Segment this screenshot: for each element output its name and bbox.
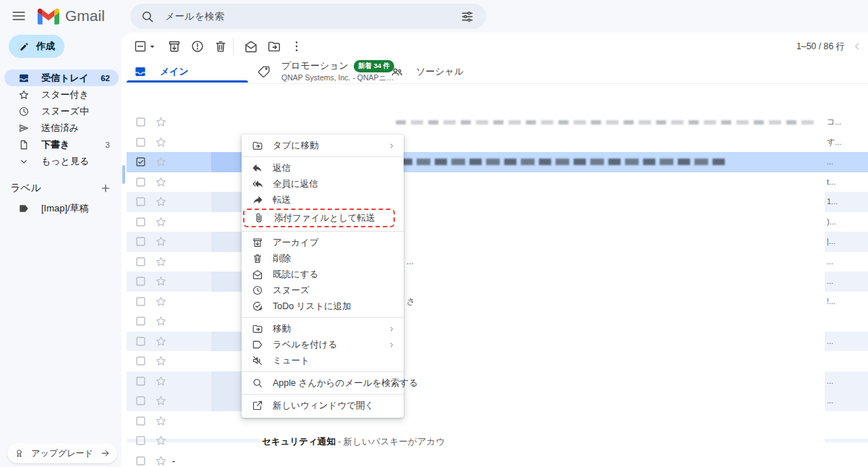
star-icon[interactable] <box>155 355 167 367</box>
sidebar-item-0[interactable]: 受信トレイ 62 <box>4 70 119 86</box>
sidebar-item-3[interactable]: 送信済み <box>4 119 119 136</box>
row-checkbox-icon[interactable] <box>135 415 147 427</box>
more-options-icon[interactable] <box>289 39 304 54</box>
star-icon[interactable] <box>155 256 167 268</box>
row-checkbox-icon[interactable] <box>135 355 147 367</box>
tab-promotions[interactable]: プロモーション 新着 34 件 QNAP Systems, Inc. - QNA… <box>248 60 393 83</box>
mail-row[interactable]: |... <box>127 232 868 252</box>
tab-social[interactable]: ソーシャル <box>391 60 492 83</box>
row-checkbox-icon[interactable] <box>135 315 147 327</box>
sidebar-item-2[interactable]: スヌーズ中 <box>4 103 119 119</box>
newer-page-icon[interactable] <box>851 40 864 53</box>
mail-row[interactable] <box>127 351 868 371</box>
menu-item[interactable]: タブに移動 <box>242 138 404 153</box>
sidebar-item-1[interactable]: スター付き <box>4 86 119 103</box>
menu-item[interactable]: 返信 <box>242 160 404 176</box>
menu-item[interactable]: 削除 <box>242 251 404 266</box>
search-options-icon[interactable] <box>460 9 475 24</box>
mail-row[interactable]: - <box>127 451 868 467</box>
row-checkbox-icon[interactable] <box>135 295 147 308</box>
upgrade-button[interactable]: アップグレード <box>7 443 117 463</box>
row-checkbox-icon[interactable] <box>135 116 147 128</box>
mail-row[interactable]: ...... <box>127 252 868 272</box>
row-checkbox-icon[interactable] <box>135 136 147 148</box>
row-checkbox-icon[interactable] <box>135 395 147 407</box>
menu-item[interactable]: Apple さんからのメールを検索する <box>242 375 404 391</box>
mail-row[interactable]: ... <box>127 391 868 411</box>
gmail-logo[interactable]: Gmail <box>38 7 105 25</box>
select-dropdown-icon[interactable] <box>148 42 157 51</box>
star-icon[interactable] <box>155 116 167 128</box>
menu-item[interactable]: 新しいウィンドウで開く <box>242 397 404 413</box>
sidebar-item-5[interactable]: もっと見る <box>4 153 119 169</box>
star-icon[interactable] <box>155 315 167 327</box>
mail-row[interactable]: す... <box>127 132 868 153</box>
mark-read-icon[interactable] <box>244 39 258 54</box>
row-checkbox-icon[interactable] <box>135 335 147 348</box>
menu-item[interactable]: ToDo リストに追加 <box>242 298 404 314</box>
mail-row[interactable] <box>127 411 868 432</box>
search-icon[interactable] <box>140 9 155 24</box>
row-checkbox-icon[interactable] <box>135 235 147 248</box>
menu-item[interactable]: スヌーズ <box>242 282 404 298</box>
select-all-checkbox[interactable] <box>133 39 148 54</box>
main-menu-icon[interactable] <box>11 8 27 24</box>
menu-item[interactable]: 既読にする <box>242 266 404 282</box>
star-icon[interactable] <box>155 455 167 467</box>
star-icon[interactable] <box>155 176 167 188</box>
star-icon[interactable] <box>155 434 167 447</box>
star-icon[interactable] <box>155 235 167 248</box>
arrow-right-icon[interactable] <box>101 447 110 459</box>
mail-row[interactable]: コ... <box>127 112 868 132</box>
mail-row[interactable]: )... <box>127 212 868 232</box>
row-checkbox-icon[interactable] <box>135 455 147 467</box>
menu-item[interactable]: ラベルを付ける <box>242 337 404 353</box>
row-checkbox-icon[interactable] <box>135 434 147 447</box>
row-checkbox-icon[interactable] <box>135 375 147 387</box>
scrollbar-thumb[interactable] <box>122 165 125 184</box>
star-icon[interactable] <box>155 136 167 148</box>
mail-row[interactable]: ... <box>127 272 868 292</box>
row-checkbox-icon[interactable] <box>135 176 147 188</box>
star-icon[interactable] <box>155 295 167 308</box>
sidebar-item-4[interactable]: 下書き 3 <box>4 136 119 153</box>
menu-item[interactable]: アーカイブ <box>242 235 404 251</box>
star-icon[interactable] <box>155 415 167 427</box>
archive-icon[interactable] <box>167 39 182 54</box>
compose-label: 作成 <box>36 40 55 53</box>
menu-item[interactable]: 全員に返信 <box>242 176 404 192</box>
search-bar[interactable]: メールを検索 <box>130 4 486 29</box>
create-label-icon[interactable] <box>100 182 111 194</box>
star-icon[interactable] <box>155 275 167 287</box>
upgrade-medal-icon <box>14 447 24 459</box>
mail-row[interactable]: ... <box>127 332 868 352</box>
star-icon[interactable] <box>155 375 167 387</box>
row-checkbox-checked-icon[interactable] <box>135 156 147 168</box>
compose-button[interactable]: 作成 <box>9 35 64 58</box>
delete-icon[interactable] <box>213 39 228 54</box>
move-to-icon[interactable] <box>267 39 281 54</box>
menu-item[interactable]: 転送 <box>242 192 404 208</box>
menu-item[interactable]: ミュート <box>242 353 404 369</box>
menu-item[interactable]: 添付ファイルとして転送 <box>244 210 393 226</box>
mail-row[interactable]: t... <box>127 172 868 193</box>
row-checkbox-icon[interactable] <box>135 256 147 268</box>
star-icon[interactable] <box>155 216 167 228</box>
mail-row[interactable]: ... <box>127 371 868 392</box>
mail-row[interactable] <box>127 311 868 332</box>
mail-row[interactable]: ... <box>127 152 868 172</box>
star-icon[interactable] <box>155 335 167 348</box>
row-checkbox-icon[interactable] <box>135 195 147 208</box>
star-icon[interactable] <box>155 156 167 168</box>
sidebar-label-0[interactable]: [Imap]/草稿 <box>4 200 119 216</box>
report-spam-icon[interactable] <box>190 39 205 54</box>
search-input[interactable]: メールを検索 <box>165 10 460 23</box>
star-icon[interactable] <box>155 395 167 407</box>
star-icon[interactable] <box>155 195 167 208</box>
mail-row[interactable]: さ!... <box>127 292 868 312</box>
row-checkbox-icon[interactable] <box>135 216 147 228</box>
menu-item[interactable]: 移動 <box>242 321 404 337</box>
tab-primary[interactable]: メイン <box>127 60 248 83</box>
mail-row[interactable]: 1... <box>127 192 868 212</box>
row-checkbox-icon[interactable] <box>135 275 147 287</box>
